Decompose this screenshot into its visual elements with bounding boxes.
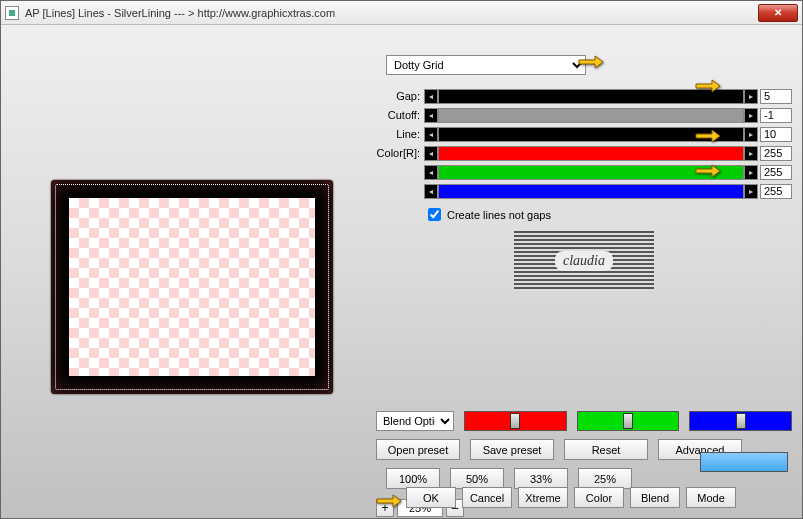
titlebar: AP [Lines] Lines - SilverLining --- > ht… [1,1,802,25]
zoom-50-button[interactable]: 50% [450,468,504,489]
create-lines-checkbox[interactable] [428,208,441,221]
line-value[interactable] [760,127,792,142]
blend-blue-slider[interactable] [689,411,792,431]
left-arrow-icon: ◂ [429,149,433,158]
cutoff-decrement[interactable]: ◂ [424,108,438,123]
create-lines-row: Create lines not gaps [428,208,792,221]
cutoff-label: Cutoff: [376,109,424,121]
app-icon [5,6,19,20]
logo-text: claudia [555,251,613,271]
color-swatch[interactable] [700,452,788,472]
color-g-slider[interactable] [438,165,744,180]
color-r-increment[interactable]: ▸ [744,146,758,161]
left-arrow-icon: ◂ [429,130,433,139]
right-arrow-icon: ▸ [749,111,753,120]
zoom-100-button[interactable]: 100% [386,468,440,489]
color-r-slider[interactable] [438,146,744,161]
reset-button[interactable]: Reset [564,439,648,460]
color-button[interactable]: Color [574,487,624,508]
content-area: Dotty Grid Gap: ◂ ▸ Cutoff: ◂ ▸ L [1,25,802,518]
blend-row: Blend Options [376,411,792,431]
color-b-slider[interactable] [438,184,744,199]
line-label: Line: [376,128,424,140]
color-g-increment[interactable]: ▸ [744,165,758,180]
line-increment[interactable]: ▸ [744,127,758,142]
color-g-decrement[interactable]: ◂ [424,165,438,180]
xtreme-button[interactable]: Xtreme [518,487,568,508]
cutoff-value[interactable] [760,108,792,123]
zoom-25-button[interactable]: 25% [578,468,632,489]
cutoff-row: Cutoff: ◂ ▸ [376,106,792,124]
create-lines-label: Create lines not gaps [447,209,551,221]
bottom-button-row: OK Cancel Xtreme Color Blend Mode [376,487,736,508]
color-b-decrement[interactable]: ◂ [424,184,438,199]
right-arrow-icon: ▸ [749,92,753,101]
cancel-button[interactable]: Cancel [462,487,512,508]
right-arrow-icon: ▸ [749,149,753,158]
window: AP [Lines] Lines - SilverLining --- > ht… [0,0,803,519]
zoom-33-button[interactable]: 33% [514,468,568,489]
color-r-row: Color[R]: ◂ ▸ [376,144,792,162]
left-arrow-icon: ◂ [429,187,433,196]
right-arrow-icon: ▸ [749,187,753,196]
gap-row: Gap: ◂ ▸ [376,87,792,105]
gap-value[interactable] [760,89,792,104]
logo-area: claudia [514,231,654,291]
open-preset-button[interactable]: Open preset [376,439,460,460]
color-b-value[interactable] [760,184,792,199]
window-title: AP [Lines] Lines - SilverLining --- > ht… [25,7,758,19]
save-preset-button[interactable]: Save preset [470,439,554,460]
controls-panel: Dotty Grid Gap: ◂ ▸ Cutoff: ◂ ▸ L [376,35,792,517]
preview-frame [51,180,333,394]
left-arrow-icon: ◂ [429,92,433,101]
mode-button[interactable]: Mode [686,487,736,508]
blend-button[interactable]: Blend [630,487,680,508]
right-arrow-icon: ▸ [749,130,753,139]
color-r-label: Color[R]: [376,147,424,159]
close-icon: ✕ [774,7,782,18]
color-r-decrement[interactable]: ◂ [424,146,438,161]
color-r-value[interactable] [760,146,792,161]
left-arrow-icon: ◂ [429,168,433,177]
close-button[interactable]: ✕ [758,4,798,22]
right-arrow-icon: ▸ [749,168,753,177]
gap-decrement[interactable]: ◂ [424,89,438,104]
color-g-row: ◂ ▸ [376,163,792,181]
preview-checker [69,198,315,376]
line-row: Line: ◂ ▸ [376,125,792,143]
color-g-value[interactable] [760,165,792,180]
line-slider[interactable] [438,127,744,142]
gap-increment[interactable]: ▸ [744,89,758,104]
ok-button[interactable]: OK [406,487,456,508]
left-arrow-icon: ◂ [429,111,433,120]
color-b-increment[interactable]: ▸ [744,184,758,199]
blend-green-slider[interactable] [577,411,680,431]
preset-select[interactable]: Dotty Grid [386,55,586,75]
line-decrement[interactable]: ◂ [424,127,438,142]
gap-label: Gap: [376,90,424,102]
cutoff-increment[interactable]: ▸ [744,108,758,123]
cutoff-slider[interactable] [438,108,744,123]
gap-slider[interactable] [438,89,744,104]
color-b-row: ◂ ▸ [376,182,792,200]
blend-red-slider[interactable] [464,411,567,431]
blend-select[interactable]: Blend Options [376,411,454,431]
